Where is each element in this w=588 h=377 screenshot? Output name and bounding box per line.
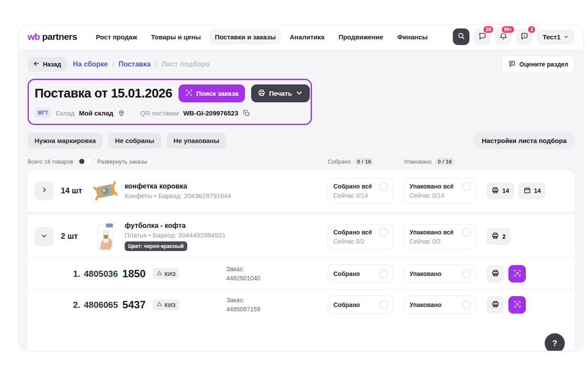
qr-supply-value: WB-GI-209976523 <box>183 109 238 117</box>
rate-section-button[interactable]: Оцените раздел <box>502 56 574 73</box>
quantity-label: 14 шт <box>61 186 86 195</box>
collected-all-label: Собрано всё <box>333 229 372 236</box>
collected-label: Собрано <box>333 301 360 308</box>
support-button[interactable]: ? 3 <box>516 28 532 45</box>
copy-icon[interactable] <box>243 109 250 117</box>
product-subtitle: Платья • Баркод: 2044492984521 <box>125 231 226 239</box>
packed-all-checkbox[interactable] <box>462 182 470 190</box>
row-divider <box>28 211 574 215</box>
collapse-row-button[interactable] <box>35 227 54 246</box>
mgt-badge: МГТ <box>35 108 51 118</box>
warning-triangle-icon <box>157 270 162 277</box>
order-number: 4485087159 <box>226 306 260 313</box>
notifications-badge: 99+ <box>501 25 515 34</box>
back-button[interactable]: Назад <box>28 57 67 72</box>
chevron-down-icon <box>295 89 303 98</box>
print-label: Печать <box>269 90 292 97</box>
warning-triangle-icon <box>157 301 162 308</box>
collected-all-checkbox[interactable] <box>380 182 388 190</box>
collected-all-checkbox[interactable] <box>380 228 388 236</box>
nav-item-growth[interactable]: Рост продаж <box>90 29 143 45</box>
collected-now-label: Сейчас 0/2 <box>333 238 388 245</box>
order-reference: Заказ: 4482501040 <box>226 265 260 283</box>
notifications-button[interactable]: 99+ <box>495 28 511 45</box>
collected-all-card: Собрано всё Сейчас 0/2 <box>328 224 393 249</box>
chevron-down-icon <box>564 33 569 41</box>
nav-item-supplies-orders[interactable]: Поставки и заказы <box>209 29 281 45</box>
filter-chip-needs-marking[interactable]: Нужна маркировка <box>28 133 103 149</box>
kiz-label: КИЗ <box>164 302 175 308</box>
order-index: 2. <box>73 300 80 310</box>
product-info: 2 шт футболка - кофта Платья • Баркод: 2… <box>35 222 317 251</box>
order-size: 5437 <box>122 299 146 311</box>
search-order-button[interactable]: Поиск заказа <box>178 84 245 102</box>
search-button[interactable] <box>453 28 469 45</box>
search-icon <box>457 32 466 42</box>
scan-order-button[interactable] <box>508 265 526 283</box>
product-info: 14 шт конфетка коровка Конфеты • Баркод:… <box>35 177 317 204</box>
order-article: 4805036 <box>84 269 118 279</box>
warehouse-label: Склад <box>56 109 74 117</box>
packed-checkbox[interactable] <box>462 270 470 278</box>
top-nav: wb partners Рост продаж Товары и цены По… <box>19 24 583 49</box>
back-label: Назад <box>43 61 61 68</box>
nav-item-goods-prices[interactable]: Товары и цены <box>145 29 206 45</box>
printer-icon <box>258 89 266 98</box>
main-nav: Рост продаж Товары и цены Поставки и зак… <box>90 29 449 45</box>
app-window: wb partners Рост продаж Товары и цены По… <box>18 24 584 351</box>
nav-item-analytics[interactable]: Аналитика <box>284 29 330 45</box>
qr-supply-label: QR поставки <box>140 109 179 117</box>
breadcrumb-link-supply[interactable]: Поставка <box>119 60 150 68</box>
order-label: Заказ: <box>226 297 244 304</box>
row-actions <box>486 265 567 283</box>
picking-list-settings-button[interactable]: Настройки листа подбора <box>474 132 574 149</box>
order-article: 4806065 <box>84 300 118 310</box>
breadcrumb-separator: / <box>112 60 114 68</box>
printer-icon <box>491 232 499 241</box>
page-body: Назад На сборке / Поставка / Лист подбор… <box>19 49 583 351</box>
packed-all-label: Упаковано всё <box>410 229 454 236</box>
print-dropdown-button[interactable]: Печать <box>251 84 310 102</box>
nav-item-promotion[interactable]: Продвижение <box>333 29 389 45</box>
product-text: футболка - кофта Платья • Баркод: 204449… <box>125 222 226 251</box>
packed-label: Упаковано <box>410 270 441 277</box>
print-sticker-button[interactable] <box>486 265 504 283</box>
packed-all-checkbox[interactable] <box>462 228 470 236</box>
collected-checkbox[interactable] <box>380 301 388 309</box>
filter-chip-not-packed[interactable]: Не упакованы <box>167 133 227 149</box>
table-footer: ? <box>28 320 574 351</box>
collected-card: Собрано <box>328 265 393 283</box>
qr-scan-icon <box>185 89 193 98</box>
filter-chip-not-collected[interactable]: Не собраны <box>108 133 161 149</box>
breadcrumb-link-assembly[interactable]: На сборке <box>73 60 108 68</box>
location-pin-icon[interactable] <box>118 109 125 117</box>
nav-item-finance[interactable]: Финансы <box>392 29 434 45</box>
print-stickers-button[interactable]: 14 <box>486 182 514 199</box>
row-actions: 14 14 <box>486 182 567 199</box>
row-actions: 2 <box>486 228 567 245</box>
kiz-badge: КИЗ <box>153 268 179 279</box>
help-fab-button[interactable]: ? <box>545 333 565 351</box>
packed-checkbox[interactable] <box>462 301 470 309</box>
scan-order-button[interactable] <box>508 296 526 314</box>
print-stickers-button[interactable]: 2 <box>486 228 511 245</box>
collected-card: Собрано <box>328 296 393 314</box>
print-sticker-button[interactable] <box>486 296 504 314</box>
expand-orders-toggle[interactable] <box>77 157 93 166</box>
account-menu[interactable]: Тест1 <box>537 29 574 45</box>
collected-checkbox[interactable] <box>380 270 388 278</box>
collected-column-header: Собрано 0 / 16 <box>328 157 393 166</box>
schedule-button[interactable]: 14 <box>518 182 546 199</box>
chat-badge: 28 <box>483 25 494 34</box>
packed-all-card: Упаковано всё Сейчас 0/14 <box>404 178 476 203</box>
packed-label: Упаковано <box>410 301 441 308</box>
wb-partners-logo[interactable]: wb partners <box>28 31 77 42</box>
collected-all-card: Собрано всё Сейчас 0/14 <box>328 178 393 203</box>
account-name: Тест1 <box>542 33 560 41</box>
packed-card: Упаковано <box>404 265 476 283</box>
packed-all-label: Упаковано всё <box>410 183 454 190</box>
back-arrow-icon <box>33 60 40 68</box>
expand-orders-label: Развернуть заказы <box>97 158 147 165</box>
expand-row-button[interactable] <box>35 181 54 200</box>
chat-button[interactable]: 28 <box>474 28 490 45</box>
